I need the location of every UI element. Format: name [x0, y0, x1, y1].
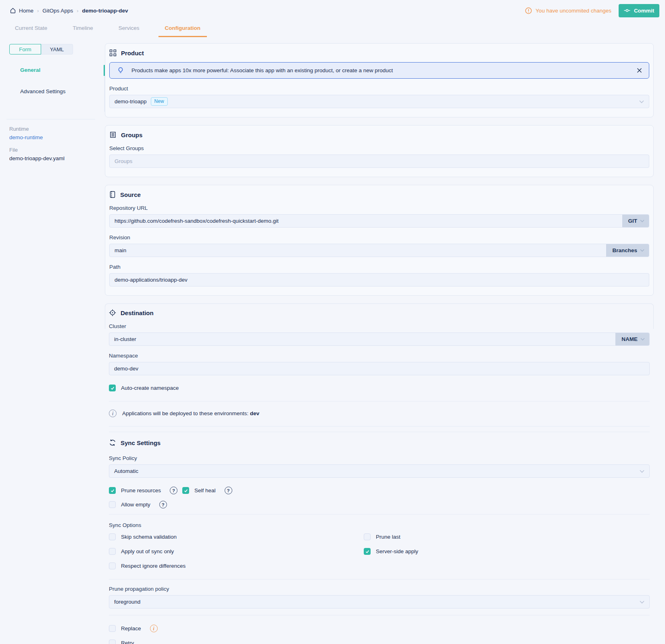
environments-info-env: dev — [250, 410, 259, 416]
checkbox-checked[interactable] — [109, 385, 116, 391]
runtime-link[interactable]: demo-runtime — [9, 134, 105, 140]
form-toggle-button[interactable]: Form — [9, 44, 41, 54]
cluster-type-dropdown[interactable]: NAME — [615, 333, 649, 345]
checkbox-checked[interactable] — [182, 487, 189, 494]
sidebar-item-advanced-settings[interactable]: Advanced Settings — [9, 86, 104, 108]
tab-current-state[interactable]: Current State — [15, 21, 47, 37]
chevron-down-icon — [640, 470, 644, 473]
repository-url-field: GIT — [109, 214, 649, 228]
self-heal-checkbox-row[interactable]: Self heal ? — [182, 487, 232, 494]
uncommitted-changes-warning: You have uncommited changes — [525, 7, 611, 14]
cluster-label: Cluster — [109, 323, 650, 329]
respect-ignore-differences-checkbox-row[interactable]: Respect ignore differences — [109, 562, 364, 569]
checkbox-unchecked[interactable] — [109, 640, 116, 644]
namespace-input[interactable] — [114, 362, 644, 375]
path-input[interactable] — [115, 274, 644, 286]
new-badge: New — [151, 97, 168, 106]
breadcrumb-app-name: demo-trioapp-dev — [82, 8, 128, 14]
tab-services[interactable]: Services — [119, 21, 140, 37]
prune-propagation-policy-value: foreground — [114, 599, 140, 605]
help-icon[interactable]: ? — [225, 487, 232, 494]
environments-info-row: i Applications will be deployed to these… — [109, 410, 650, 417]
server-side-apply-checkbox-row[interactable]: Server-side apply — [364, 548, 650, 555]
yaml-toggle-button[interactable]: YAML — [41, 44, 73, 54]
skip-schema-validation-checkbox-row[interactable]: Skip schema validation — [109, 533, 364, 540]
prune-propagation-policy-label: Prune propagation policy — [109, 586, 650, 592]
retry-checkbox-row[interactable]: Retry — [109, 640, 650, 644]
checkbox-label: Respect ignore differences — [121, 563, 186, 569]
divider — [109, 432, 650, 432]
checkbox-label: Prune resources — [121, 487, 161, 493]
checkbox-label: Server-side apply — [376, 548, 418, 554]
checkbox-label: Self heal — [194, 487, 216, 493]
chevron-down-icon — [640, 600, 644, 604]
close-icon[interactable] — [637, 68, 642, 73]
groups-input[interactable] — [115, 155, 644, 167]
commit-button[interactable]: Commit — [619, 4, 659, 17]
repo-type-dropdown[interactable]: GIT — [622, 215, 649, 227]
breadcrumb-gitops-apps[interactable]: GitOps Apps — [42, 8, 73, 14]
repository-icon — [109, 191, 116, 198]
source-section: Source Repository URL GIT Revision Branc… — [105, 185, 654, 296]
checkbox-unchecked[interactable] — [109, 625, 116, 632]
file-value: demo-trioapp-dev.yaml — [9, 155, 105, 161]
top-bar: Home › GitOps Apps › demo-trioapp-dev Yo… — [0, 0, 665, 21]
sync-policy-select[interactable]: Automatic — [109, 464, 650, 478]
checkbox-unchecked[interactable] — [109, 533, 116, 540]
replace-checkbox-row[interactable]: Replace i — [109, 625, 650, 632]
sync-icon — [109, 439, 116, 446]
section-title: Source — [120, 191, 141, 198]
configuration-sidebar: Form YAML General Advanced Settings Runt… — [0, 43, 105, 644]
sync-policy-label: Sync Policy — [109, 455, 650, 461]
lightbulb-icon — [117, 67, 125, 75]
sidebar-item-general[interactable]: General — [9, 65, 104, 86]
product-select[interactable]: demo-trioapp New — [109, 95, 649, 108]
breadcrumb-separator: › — [77, 8, 78, 14]
cluster-field: NAME — [109, 332, 650, 346]
checkbox-unchecked[interactable] — [364, 533, 371, 540]
breadcrumb-separator: › — [37, 8, 39, 14]
home-icon — [10, 7, 16, 14]
checkbox-unchecked[interactable] — [109, 501, 116, 508]
checkbox-unchecked[interactable] — [109, 562, 116, 569]
section-title: Destination — [121, 309, 154, 316]
checkbox-unchecked[interactable] — [109, 548, 116, 555]
cluster-input[interactable] — [114, 333, 611, 345]
tab-timeline[interactable]: Timeline — [73, 21, 93, 37]
revision-type-dropdown[interactable]: Branches — [606, 244, 649, 257]
sync-policy-value: Automatic — [114, 468, 138, 474]
destination-section: Destination Cluster NAME Namespace — [105, 303, 654, 432]
chevron-down-icon — [640, 220, 644, 222]
banner-text: Products make apps 10x more powerful: As… — [131, 67, 393, 73]
product-section: Product Products make apps 10x more powe… — [105, 43, 654, 117]
checkbox-checked[interactable] — [364, 548, 371, 555]
sync-options-label: Sync Options — [109, 522, 650, 528]
replace-info-icon[interactable]: i — [150, 625, 158, 632]
prune-propagation-policy-select[interactable]: foreground — [109, 595, 650, 608]
prune-resources-checkbox-row[interactable]: Prune resources ? — [109, 487, 182, 494]
help-icon[interactable]: ? — [159, 501, 167, 508]
breadcrumb-home[interactable]: Home — [10, 7, 33, 14]
checkbox-label: Prune last — [376, 534, 400, 540]
checkbox-label: Apply out of sync only — [121, 548, 174, 554]
allow-empty-checkbox-row[interactable]: Allow empty ? — [109, 501, 650, 508]
help-icon[interactable]: ? — [170, 487, 177, 494]
path-label: Path — [109, 264, 649, 270]
revision-field: Branches — [109, 244, 649, 257]
product-info-banner: Products make apps 10x more powerful: As… — [109, 62, 649, 79]
apply-out-of-sync-only-checkbox-row[interactable]: Apply out of sync only — [109, 548, 364, 555]
checkbox-label: Skip schema validation — [121, 534, 177, 540]
groups-section: Groups Select Groups — [105, 125, 654, 177]
tab-configuration[interactable]: Configuration — [165, 21, 200, 37]
namespace-field — [109, 362, 650, 375]
repository-url-input[interactable] — [115, 215, 617, 227]
checkbox-label: Auto-create namespace — [121, 385, 179, 391]
checkbox-checked[interactable] — [109, 487, 116, 494]
prune-last-checkbox-row[interactable]: Prune last — [364, 533, 650, 540]
revision-input[interactable] — [115, 244, 601, 257]
tab-bar: Current State Timeline Services Configur… — [15, 21, 665, 37]
auto-create-namespace-checkbox-row[interactable]: Auto-create namespace — [109, 385, 650, 391]
path-field — [109, 273, 649, 286]
chevron-down-icon — [639, 100, 644, 103]
file-label: File — [9, 147, 105, 153]
